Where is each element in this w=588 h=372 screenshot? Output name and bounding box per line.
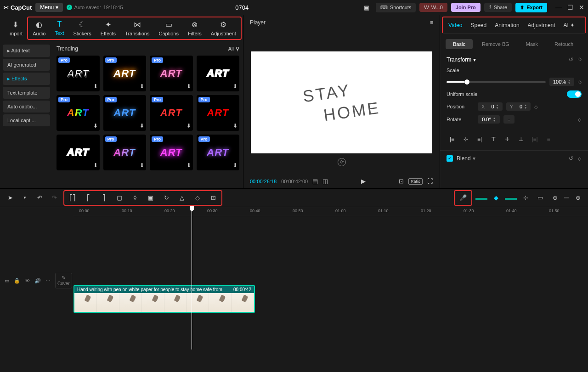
rotate-input[interactable]: 0.0°▲▼ (478, 115, 500, 124)
cover-button[interactable]: ✎Cover (55, 273, 72, 288)
track-visibility-icon[interactable]: 👁 (25, 278, 30, 283)
nav-add-text[interactable]: ▸ Add text (3, 45, 50, 57)
shortcuts-button[interactable]: ⌨ Shortcuts (376, 3, 416, 12)
pos-x-input[interactable]: X 0▲▼ (478, 102, 503, 111)
effect-card[interactable]: ProART⬇ (103, 56, 147, 91)
link-tool[interactable]: ◆ (491, 192, 502, 203)
download-icon[interactable]: ⬇ (140, 123, 144, 129)
track-more-icon[interactable]: ⋯ (45, 278, 51, 284)
player-menu-icon[interactable]: ≡ (430, 19, 433, 26)
tab-audio[interactable]: ◐Audio (28, 17, 50, 39)
track-add-icon[interactable]: ▭ (5, 278, 9, 284)
reset-icon[interactable]: ↺ (569, 155, 573, 162)
effect-card[interactable]: ProART⬇ (103, 135, 147, 170)
scale-icon[interactable]: ⊡ (399, 178, 404, 185)
effect-card[interactable]: ProART⬇ (57, 56, 100, 91)
scale-value[interactable]: 100%▲▼ (549, 78, 574, 86)
track-tool[interactable]: ▭ (535, 192, 546, 203)
ratio-button[interactable]: Ratio (408, 178, 423, 185)
aspect-icon[interactable]: ▣ (361, 2, 372, 13)
tab-import[interactable]: ⬇Import (4, 17, 27, 39)
effect-card[interactable]: ProART⬇ (57, 95, 100, 131)
align-center-h-icon[interactable]: ⊹ (460, 134, 471, 145)
align-right-icon[interactable]: ≡| (474, 134, 485, 145)
tab-effects[interactable]: ✦Effects (96, 17, 120, 39)
effect-card[interactable]: ART⬇ (57, 135, 100, 170)
timeline-ruler[interactable]: 00:00 00:10 00:20 00:30 00:40 00:50 01:0… (74, 207, 588, 216)
duplicate-tool[interactable]: ▣ (145, 192, 156, 203)
tab-stickers[interactable]: ☾Stickers (69, 17, 96, 39)
download-icon[interactable]: ⬇ (140, 162, 144, 169)
marker-tool[interactable]: ◊ (130, 192, 141, 203)
trim-right-tool[interactable]: ⎤ (98, 192, 109, 203)
keyframe-icon[interactable]: ◇ (578, 156, 582, 161)
split-tool[interactable]: ⎡⎤ (67, 192, 78, 203)
blend-checkbox[interactable]: ✓ (447, 155, 453, 162)
snap-tool[interactable]: ▬▬ (505, 192, 516, 203)
workspace-button[interactable]: W W...0 (419, 3, 447, 12)
pos-y-input[interactable]: Y 0▲▼ (506, 102, 531, 111)
play-button[interactable]: ▶ (361, 178, 366, 185)
zoom-in-icon[interactable]: ⊕ (572, 192, 583, 203)
blend-section[interactable]: ✓ Blend ▾ ↺ ◇ (440, 150, 588, 166)
close-button[interactable]: ✕ (579, 4, 584, 11)
download-icon[interactable]: ⬇ (187, 162, 191, 169)
undo-button[interactable]: ↶ (34, 192, 45, 203)
zoom-out-icon[interactable]: ⊖ (549, 192, 560, 203)
keyframe-icon[interactable]: ◇ (578, 117, 582, 122)
effect-card[interactable]: ProART⬇ (150, 135, 193, 170)
uniform-scale-toggle[interactable] (567, 90, 582, 98)
rotate-dial[interactable]: - (503, 115, 514, 124)
nav-auto-captions[interactable]: Auto captio... (3, 101, 50, 113)
keyframe-icon[interactable]: ◇ (534, 104, 538, 109)
download-icon[interactable]: ⬇ (233, 123, 237, 129)
tab-filters[interactable]: ⊗Filters (183, 17, 206, 39)
effect-card[interactable]: ProART⬇ (150, 95, 193, 131)
align-left-icon[interactable]: |≡ (447, 134, 458, 145)
download-icon[interactable]: ⬇ (187, 123, 191, 129)
download-icon[interactable]: ⬇ (93, 162, 98, 169)
align-bottom-icon[interactable]: ⊥ (515, 134, 526, 145)
join-pro-button[interactable]: Join Pro (451, 3, 481, 12)
tab-animation[interactable]: Animation (495, 22, 519, 28)
effect-card[interactable]: ProART⬇ (197, 135, 240, 170)
tab-video[interactable]: Video (448, 22, 462, 28)
maximize-button[interactable]: ☐ (567, 4, 573, 11)
effect-card[interactable]: ProART⬇ (103, 95, 147, 131)
reset-icon[interactable]: ↺ (569, 56, 573, 63)
effect-card[interactable]: ProART⬇ (197, 95, 240, 131)
subtab-mask[interactable]: Mask (519, 39, 545, 49)
mic-icon[interactable]: 🎤 (458, 192, 469, 203)
quality-icon[interactable]: ▤ (312, 178, 318, 185)
keyframe-icon[interactable]: ◇ (578, 56, 582, 63)
download-icon[interactable]: ⬇ (187, 83, 191, 90)
menu-button[interactable]: Menu ▾ (35, 3, 62, 12)
download-icon[interactable]: ⬇ (140, 83, 144, 90)
tab-transitions[interactable]: ⋈Transitions (120, 17, 154, 39)
download-icon[interactable]: ⬇ (93, 123, 98, 129)
download-icon[interactable]: ⬇ (233, 162, 237, 169)
redo-button[interactable]: ↷ (49, 192, 60, 203)
distribute-h-icon[interactable]: |≡| (529, 134, 540, 145)
tab-captions[interactable]: ▭Captions (154, 17, 183, 39)
trim-left-tool[interactable]: ⎡ (83, 192, 94, 203)
pointer-dropdown[interactable]: ▼ (19, 192, 30, 203)
nav-ai-generated[interactable]: AI generated (3, 59, 50, 71)
zoom-slider[interactable] (564, 197, 569, 198)
download-icon[interactable]: ⬇ (233, 83, 237, 90)
subtab-retouch[interactable]: Retouch (547, 39, 581, 49)
magnet-tool[interactable]: ▬▬ (476, 192, 487, 203)
track-mute-icon[interactable]: 🔊 (34, 278, 41, 284)
fullscreen-icon[interactable]: ⛶ (427, 178, 433, 185)
export-button[interactable]: ⬆ Export (515, 3, 547, 12)
playhead[interactable] (192, 207, 192, 349)
distribute-v-icon[interactable]: ≡ (543, 134, 554, 145)
scale-slider[interactable] (447, 81, 546, 83)
mirror-tool[interactable]: △ (176, 192, 187, 203)
filter-button[interactable]: All ⚲ (228, 46, 239, 52)
effect-card[interactable]: ART⬇ (197, 56, 240, 91)
tab-text[interactable]: TText (50, 17, 68, 39)
align-center-v-icon[interactable]: ✛ (502, 134, 513, 145)
track-lock-icon[interactable]: 🔒 (14, 278, 20, 284)
tab-speed[interactable]: Speed (470, 22, 486, 28)
